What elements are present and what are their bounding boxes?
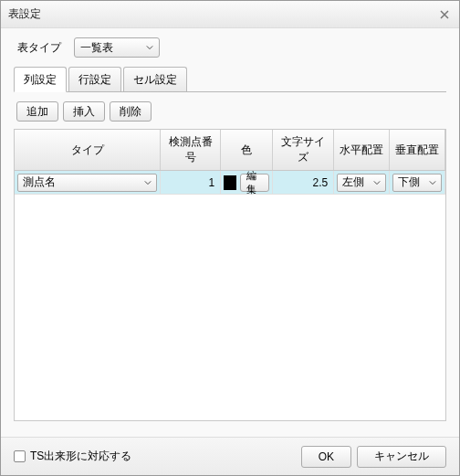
color-cell-inner: 編集 <box>224 174 269 192</box>
titlebar: 表設定 <box>1 1 459 28</box>
cell-halign[interactable]: 左側 <box>334 171 390 195</box>
tab-row-settings[interactable]: 行設定 <box>68 67 121 91</box>
col-header-pointno[interactable]: 検測点番号 <box>161 130 221 171</box>
col-header-valign[interactable]: 垂直配置 <box>390 130 445 171</box>
column-grid: タイプ 検測点番号 色 文字サイズ 水平配置 垂直配置 測点名 <box>14 129 446 421</box>
insert-button[interactable]: 挿入 <box>63 101 105 122</box>
color-edit-button[interactable]: 編集 <box>240 174 269 192</box>
cell-color[interactable]: 編集 <box>221 171 273 195</box>
cancel-button[interactable]: キャンセル <box>357 446 446 468</box>
dialog-title: 表設定 <box>8 6 437 22</box>
col-header-halign[interactable]: 水平配置 <box>334 130 390 171</box>
col-header-textsize[interactable]: 文字サイズ <box>272 130 333 171</box>
tab-column-settings[interactable]: 列設定 <box>14 67 67 92</box>
grid-table: タイプ 検測点番号 色 文字サイズ 水平配置 垂直配置 測点名 <box>15 130 445 195</box>
close-icon[interactable] <box>437 7 452 22</box>
cell-textsize[interactable]: 2.5 <box>272 171 333 195</box>
table-type-select[interactable]: 一覧表 <box>74 37 160 58</box>
ts-checkbox[interactable]: TS出来形に対応する <box>14 449 131 464</box>
ts-checkbox-label: TS出来形に対応する <box>30 449 131 464</box>
toolbar: 追加 挿入 削除 <box>16 101 446 122</box>
col-header-type[interactable]: タイプ <box>15 130 161 171</box>
ok-button[interactable]: OK <box>301 446 351 468</box>
table-type-row: 表タイプ 一覧表 <box>14 37 446 58</box>
cell-valign[interactable]: 下側 <box>390 171 445 195</box>
cell-type[interactable]: 測点名 <box>15 171 161 195</box>
add-button[interactable]: 追加 <box>16 101 58 122</box>
col-header-color[interactable]: 色 <box>221 130 273 171</box>
chevron-down-icon <box>144 179 152 186</box>
table-settings-dialog: 表設定 表タイプ 一覧表 列設定 行設定 セル設定 追加 挿入 削除 <box>0 0 460 476</box>
color-swatch[interactable] <box>224 175 235 190</box>
grid-header-row: タイプ 検測点番号 色 文字サイズ 水平配置 垂直配置 <box>15 130 445 171</box>
tab-cell-settings[interactable]: セル設定 <box>123 67 187 91</box>
cell-pointno[interactable]: 1 <box>161 171 221 195</box>
chevron-down-icon <box>373 179 381 186</box>
type-select[interactable]: 測点名 <box>17 174 157 192</box>
delete-button[interactable]: 削除 <box>110 101 152 122</box>
table-row[interactable]: 測点名 1 編集 2.5 <box>15 171 445 195</box>
chevron-down-icon <box>146 44 153 51</box>
chevron-down-icon <box>429 179 436 186</box>
valign-select[interactable]: 下側 <box>392 174 442 192</box>
table-type-value: 一覧表 <box>80 40 113 56</box>
halign-select[interactable]: 左側 <box>337 174 386 192</box>
dialog-content: 表タイプ 一覧表 列設定 行設定 セル設定 追加 挿入 削除 タ <box>1 28 459 421</box>
table-type-label: 表タイプ <box>17 40 61 56</box>
tabs: 列設定 行設定 セル設定 <box>14 67 446 92</box>
dialog-footer: TS出来形に対応する OK キャンセル <box>1 437 459 475</box>
checkbox-box <box>14 450 26 462</box>
